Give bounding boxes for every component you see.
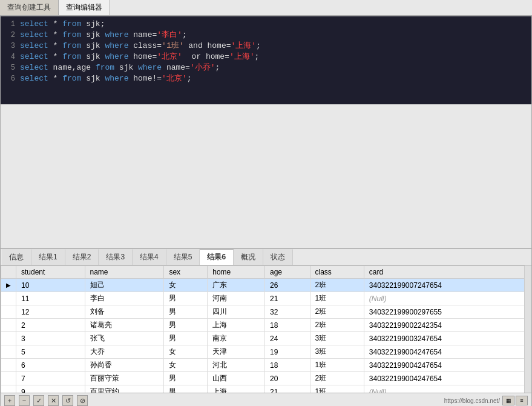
result-tab-概况[interactable]: 概况 xyxy=(234,249,263,265)
line-number: 2 xyxy=(3,30,15,41)
cell-name: 妲己 xyxy=(85,279,164,292)
line-number: 1 xyxy=(3,19,15,30)
cell-student: 10 xyxy=(16,279,85,292)
cell-card: (Null) xyxy=(364,292,531,305)
results-table-container[interactable]: studentnamesexhomeageclasscard▶10妲己女广东26… xyxy=(1,265,531,393)
cell-home: 四川 xyxy=(208,305,265,319)
scrollbar[interactable] xyxy=(524,265,531,393)
result-tab-结果4[interactable]: 结果4 xyxy=(133,249,166,265)
code-token: name= xyxy=(128,30,157,39)
cell-card: 340322199004247654 xyxy=(364,345,531,359)
row-indicator xyxy=(1,305,16,319)
col-header-sex[interactable]: sex xyxy=(164,266,208,279)
cell-age: 18 xyxy=(264,359,310,372)
code-line-6: 6select * from sjk where home!='北京'; xyxy=(1,73,531,84)
cell-sex: 女 xyxy=(164,345,208,359)
cell-home: 山西 xyxy=(208,372,265,385)
table-row[interactable]: 3张飞男南京243班340322199003247654 xyxy=(1,332,531,345)
cell-class: 3班 xyxy=(310,345,364,359)
cell-class: 2班 xyxy=(310,319,364,332)
cell-home: 河南 xyxy=(208,292,265,305)
tab-query-editor[interactable]: 查询编辑器 xyxy=(59,0,110,15)
cell-age: 19 xyxy=(264,345,310,359)
code-token: * xyxy=(48,30,62,39)
table-row[interactable]: 9百里守约男上海211班(Null) xyxy=(1,385,531,393)
cell-card: 340322199004247654 xyxy=(364,372,531,385)
code-token: from xyxy=(96,63,114,72)
code-line-4: 4select * from sjk where home='北京' or ho… xyxy=(1,52,531,62)
add-button[interactable]: + xyxy=(4,395,15,406)
col-header-name[interactable]: name xyxy=(85,266,164,279)
cell-name: 李白 xyxy=(85,292,164,305)
table-row[interactable]: 2诸葛亮男上海182班340322199002242354 xyxy=(1,319,531,332)
code-token: from xyxy=(62,74,81,83)
code-token: sjk xyxy=(81,52,105,61)
line-content: select * from sjk where home!='北京'; xyxy=(20,73,192,84)
tab-query-builder[interactable]: 查询创建工具 xyxy=(0,0,59,15)
table-row[interactable]: 12刘备男四川322班340322199900297655 xyxy=(1,305,531,319)
cell-card: 340322199003247654 xyxy=(364,332,531,345)
table-row[interactable]: 6孙尚香女河北181班340322199004247654 xyxy=(1,359,531,372)
cell-class: 1班 xyxy=(310,292,364,305)
cell-name: 大乔 xyxy=(85,345,164,359)
code-token: from xyxy=(62,30,81,39)
toolbar-buttons: +−✓✕↺⊘ xyxy=(4,395,88,406)
code-token: from xyxy=(62,19,81,28)
result-tab-状态[interactable]: 状态 xyxy=(263,249,293,265)
list-view-button[interactable]: ≡ xyxy=(516,396,528,405)
grid-view-button[interactable]: ▦ xyxy=(502,396,514,405)
remove-button[interactable]: − xyxy=(19,395,30,406)
results-table: studentnamesexhomeageclasscard▶10妲己女广东26… xyxy=(1,265,531,393)
result-tab-结果3[interactable]: 结果3 xyxy=(99,249,133,265)
cell-home: 南京 xyxy=(208,332,265,345)
code-token: sjk xyxy=(81,30,105,39)
code-token: sjk xyxy=(114,63,138,72)
cell-sex: 女 xyxy=(164,279,208,292)
col-header-student[interactable]: student xyxy=(16,266,85,279)
col-header-age[interactable]: age xyxy=(264,266,310,279)
code-token: ; xyxy=(255,52,260,61)
code-token: '李白' xyxy=(157,30,182,39)
code-token: from xyxy=(62,41,81,50)
code-token: select xyxy=(20,30,48,39)
result-tab-信息[interactable]: 信息 xyxy=(2,249,31,265)
cancel-button[interactable]: ✕ xyxy=(48,395,59,406)
result-tab-结果1[interactable]: 结果1 xyxy=(31,249,65,265)
code-token: '北京' xyxy=(162,74,187,83)
row-indicator xyxy=(1,319,16,332)
cell-student: 2 xyxy=(16,319,85,332)
code-token: home!= xyxy=(128,74,162,83)
line-content: select * from sjk where name='李白'; xyxy=(20,30,187,41)
cell-student: 6 xyxy=(16,359,85,372)
results-panel: 信息结果1结果2结果3结果4结果5结果6概况状态 studentnamesexh… xyxy=(1,248,531,406)
code-token: home= xyxy=(128,52,157,61)
code-line-1: 1select * from sjk; xyxy=(1,19,531,30)
sql-editor[interactable]: 1select * from sjk;2select * from sjk wh… xyxy=(1,16,531,104)
code-line-2: 2select * from sjk where name='李白'; xyxy=(1,30,531,41)
table-row[interactable]: 7百丽守策男山西202班340322199004247654 xyxy=(1,372,531,385)
table-row[interactable]: ▶10妲己女广东262班340322199007247654 xyxy=(1,279,531,292)
code-token: where xyxy=(105,41,128,50)
cell-home: 上海 xyxy=(208,385,265,393)
cell-name: 百里守约 xyxy=(85,385,164,393)
confirm-button[interactable]: ✓ xyxy=(33,395,44,406)
refresh-button[interactable]: ↺ xyxy=(62,395,73,406)
col-header-class[interactable]: class xyxy=(310,266,364,279)
col-header-card[interactable]: card xyxy=(364,266,531,279)
row-indicator xyxy=(1,332,16,345)
results-tab-bar: 信息结果1结果2结果3结果4结果5结果6概况状态 xyxy=(1,249,531,265)
result-tab-结果2[interactable]: 结果2 xyxy=(65,249,99,265)
table-row[interactable]: 5大乔女天津193班340322199004247654 xyxy=(1,345,531,359)
result-tab-结果5[interactable]: 结果5 xyxy=(166,249,200,265)
code-line-5: 5select name,age from sjk where name='小乔… xyxy=(1,62,531,73)
result-tab-结果6[interactable]: 结果6 xyxy=(200,249,234,265)
cell-name: 张飞 xyxy=(85,332,164,345)
cell-student: 11 xyxy=(16,292,85,305)
col-header-home[interactable]: home xyxy=(208,266,265,279)
code-token: and home= xyxy=(183,41,231,50)
table-row[interactable]: 11李白男河南211班(Null) xyxy=(1,292,531,305)
stop-button[interactable]: ⊘ xyxy=(77,395,88,406)
code-token: select xyxy=(20,63,48,72)
code-token: name= xyxy=(162,63,190,72)
line-content: select * from sjk where class='1班' and h… xyxy=(20,41,261,52)
